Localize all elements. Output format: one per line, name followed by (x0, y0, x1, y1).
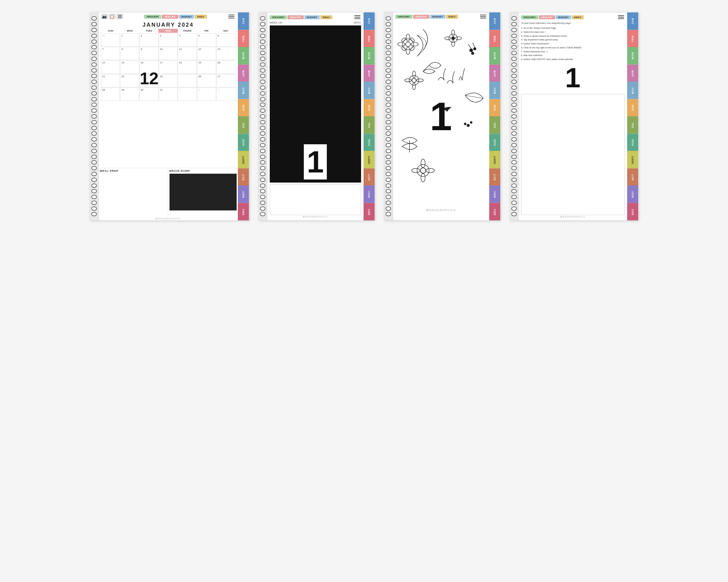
tab-budget-4[interactable]: BUDGET (556, 15, 571, 19)
tab-grocery-2[interactable]: GROCERY (270, 15, 287, 19)
tab-feb-2[interactable]: FEB (364, 30, 374, 48)
tab-oct[interactable]: OCT (238, 168, 249, 186)
tab-nov-3[interactable]: NOV (489, 186, 500, 203)
tab-nov-4[interactable]: NOV (627, 186, 638, 203)
tab-apr-2[interactable]: APR (364, 65, 374, 82)
tab-daily-3[interactable]: DAILY (446, 15, 458, 19)
spiral-loop (386, 189, 391, 193)
tab-healthy[interactable]: HEALTHY (162, 15, 178, 19)
tab-dec[interactable]: DEC (238, 203, 249, 221)
spiral-loop (92, 108, 97, 113)
spiral-loop (92, 91, 97, 95)
tab-budget-3[interactable]: BUDGET (430, 15, 445, 19)
tab-jun[interactable]: JUN (238, 99, 249, 117)
tab-aug-2[interactable]: AUG (364, 134, 374, 151)
tab-healthy-2[interactable]: HEALTHY (288, 15, 304, 19)
spiral-loop (386, 97, 391, 102)
spiral-loop (260, 62, 265, 67)
tab-sept-3[interactable]: SEPT (489, 151, 500, 168)
hamburger-line (480, 15, 486, 15)
tab-mar-3[interactable]: MAR (489, 47, 500, 65)
tab-aug-4[interactable]: AUG (627, 134, 638, 151)
tab-may-4[interactable]: MAY (627, 82, 638, 99)
cal-day: 28 (101, 88, 120, 101)
tab-dec-4[interactable]: DEC (627, 203, 638, 221)
tab-mar-4[interactable]: MAR (627, 47, 638, 65)
tab-mar-2[interactable]: MAR (364, 47, 374, 65)
tab-jan-3[interactable]: JAN (489, 12, 500, 30)
tab-may-3[interactable]: MAY (489, 82, 500, 99)
tab-jul-3[interactable]: JUL (489, 116, 500, 134)
tab-oct-4[interactable]: OCT (627, 168, 638, 186)
tab-nov-2[interactable]: NOV (364, 186, 374, 203)
cal-day: 29 (120, 88, 139, 101)
spiral-loop (260, 16, 265, 21)
day-thurs: THURS (178, 29, 197, 33)
brain-dump-box: BRAIN DUMP (168, 168, 238, 217)
image-icon-box: 🖼 (116, 14, 123, 19)
tab-oct-2[interactable]: OCT (364, 168, 374, 186)
instruction-item-7: 7. Select Elements from ☺ (521, 50, 625, 54)
spiral-loop (92, 143, 97, 147)
weekly-content: GROCERY HEALTHY BUDGET DAILY WEEK OF WIT… (267, 12, 364, 220)
tab-dec-2[interactable]: DEC (364, 203, 374, 221)
cal-day: 12 (197, 47, 216, 60)
tab-dec-3[interactable]: DEC (489, 203, 500, 221)
hamburger-menu-2[interactable] (354, 15, 361, 20)
tab-grocery-4[interactable]: GROCERY (521, 15, 538, 19)
svg-point-18 (473, 47, 476, 50)
tab-apr-4[interactable]: APR (627, 65, 638, 82)
tab-aug[interactable]: AUG (238, 134, 249, 151)
tab-daily[interactable]: DAILY (194, 15, 207, 19)
tab-feb-4[interactable]: FEB (627, 30, 638, 48)
tab-jul-4[interactable]: JUL (627, 116, 638, 134)
spiral-loop (511, 28, 517, 32)
spiral-loop (260, 74, 265, 78)
tab-jun-2[interactable]: JUN (364, 99, 374, 117)
tab-jan[interactable]: JAN (238, 12, 249, 30)
tab-healthy-4[interactable]: HEALTHY (539, 15, 555, 19)
tab-grocery[interactable]: GROCERY (144, 15, 161, 19)
spiral-loop (92, 195, 97, 199)
tab-feb-3[interactable]: FEB (489, 30, 500, 48)
tab-oct-3[interactable]: OCT (489, 168, 500, 186)
tab-budget-2[interactable]: BUDGET (304, 15, 320, 19)
spiral-loop (511, 212, 517, 216)
tab-healthy-3[interactable]: HEALTHY (413, 15, 430, 19)
tab-aug-3[interactable]: AUG (489, 134, 500, 151)
tab-jun-4[interactable]: JUN (627, 99, 638, 117)
spiral-loop (260, 195, 265, 199)
tab-jun-3[interactable]: JUN (489, 99, 500, 117)
tab-nov[interactable]: NOV (238, 186, 249, 203)
tab-daily-2[interactable]: DAILY (320, 15, 332, 19)
tab-grocery-3[interactable]: GROCERY (395, 15, 413, 19)
tab-daily-4[interactable]: DAILY (572, 15, 583, 19)
spiral-loop (260, 80, 265, 84)
spiral-loop (92, 85, 97, 90)
hamburger-menu[interactable] (228, 14, 235, 19)
hamburger-menu-3[interactable] (479, 14, 487, 19)
tab-apr-3[interactable]: APR (489, 65, 500, 82)
spiral-loop (260, 155, 265, 159)
tab-feb[interactable]: FEB (238, 30, 249, 48)
hamburger-menu-4[interactable] (617, 15, 625, 20)
tab-apr[interactable]: APR (238, 65, 249, 82)
tab-may[interactable]: MAY (238, 82, 249, 99)
tab-jan-4[interactable]: JAN (627, 12, 638, 30)
spiral-loop (92, 51, 97, 55)
tab-jan-2[interactable]: JAN (364, 12, 374, 30)
tab-mar[interactable]: MAR (238, 47, 249, 65)
tab-sept[interactable]: SEPT (238, 151, 249, 168)
spiral-loop (511, 189, 517, 193)
brain-dump-dark-box (170, 174, 237, 211)
spiral-loop (92, 166, 97, 170)
spiral-loop (511, 131, 517, 136)
tab-budget[interactable]: BUDGET (179, 15, 194, 19)
tab-jul[interactable]: JUL (238, 116, 249, 134)
instruction-item-3: 3. Draw a square around an individual mo… (521, 34, 625, 38)
tab-may-2[interactable]: MAY (364, 82, 374, 99)
tab-jul-2[interactable]: JUL (364, 116, 374, 134)
tab-sept-4[interactable]: SEPT (627, 151, 638, 168)
spiral-loop (386, 137, 391, 141)
tab-sept-2[interactable]: SEPT (364, 151, 374, 168)
